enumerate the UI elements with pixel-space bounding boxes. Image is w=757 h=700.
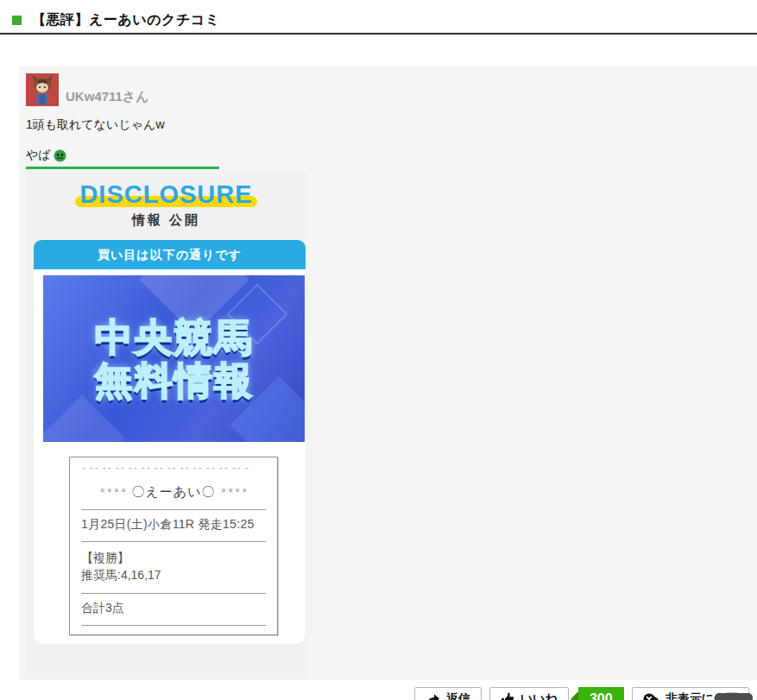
thumbs-up-icon [501, 692, 514, 700]
page-title: 【悪評】えーあいのクチコミ [32, 11, 220, 29]
green-square-bullet-icon [12, 16, 22, 25]
comment-line-2-text: やば [26, 148, 51, 163]
ticket-divider [81, 593, 266, 594]
reply-label: 返信 [446, 691, 470, 700]
page-header: 【悪評】えーあいのクチコミ [0, 0, 757, 35]
ticket-scallop-border: ⌒⌒⌒⌒⌒⌒⌒⌒⌒⌒⌒⌒⌒ [81, 468, 266, 478]
ticket-deco-left: ° ° ° ° [100, 487, 125, 499]
ticket-total: 合計3点 [81, 601, 266, 616]
like-count: 300 [590, 691, 613, 700]
bet-ticket: ⌒⌒⌒⌒⌒⌒⌒⌒⌒⌒⌒⌒⌒ ° ° ° ° 〇えーあい〇 ° ° ° ° 1月2… [69, 457, 278, 635]
ticket-race-info: 1月25日(土)小倉11R 発走15:25 [81, 517, 266, 533]
nauseated-face-emoji [54, 149, 66, 162]
like-button[interactable]: いいね [489, 687, 569, 700]
comment-line-1: 1頭も取れてないじゃんw [26, 117, 748, 133]
review-card: UKw4711さん 1頭も取れてないじゃんw やば DISCLOSURE 情報 … [19, 66, 757, 680]
comment-line-2: やば [26, 148, 748, 163]
username[interactable]: UKw4711さん [66, 89, 149, 106]
reply-button[interactable]: 返信 [414, 687, 482, 700]
ticket-title-row: ° ° ° ° 〇えーあい〇 ° ° ° ° [81, 484, 266, 501]
info-panel: 買い目は以下の通りです 中央競馬 無料情報 ⌒⌒⌒⌒⌒⌒⌒⌒⌒⌒⌒⌒⌒ ° ° … [34, 240, 306, 644]
disclosure-header: DISCLOSURE 情報 公開 [26, 180, 306, 229]
ticket-divider [81, 625, 266, 626]
green-divider-line [26, 167, 219, 169]
badge-left-notch [571, 691, 578, 700]
tooltip-sliver [715, 693, 753, 700]
promo-line-1: 中央競馬 [95, 318, 254, 356]
ticket-divider [81, 509, 266, 510]
like-label: いいね [520, 691, 558, 700]
ticket-deco-right: ° ° ° ° [222, 487, 247, 499]
disclosure-title: DISCLOSURE [79, 180, 252, 209]
user-row: UKw4711さん [26, 73, 748, 106]
ticket-bet-block: 【複勝】 推奨馬:4,16,17 [81, 549, 266, 584]
promo-line-2: 無料情報 [95, 362, 254, 400]
attachment-image[interactable]: DISCLOSURE 情報 公開 買い目は以下の通りです 中央競馬 無料情報 ⌒… [26, 170, 306, 678]
reply-arrow-icon [426, 693, 440, 700]
block-cross-icon [643, 692, 659, 700]
promo-image: 中央競馬 無料情報 [43, 275, 305, 442]
avatar[interactable] [26, 73, 59, 106]
ticket-title: 〇えーあい〇 [131, 484, 215, 501]
like-count-badge: 300 [578, 687, 624, 700]
ticket-horses: 推奨馬:4,16,17 [81, 566, 266, 583]
ticket-bet-type: 【複勝】 [81, 549, 266, 566]
disclosure-subtitle: 情報 公開 [26, 212, 306, 229]
ticket-divider [81, 541, 266, 542]
action-bar: 返信 いいね 300 非表示に一票 [0, 687, 757, 700]
buy-list-banner: 買い目は以下の通りです [34, 240, 306, 269]
